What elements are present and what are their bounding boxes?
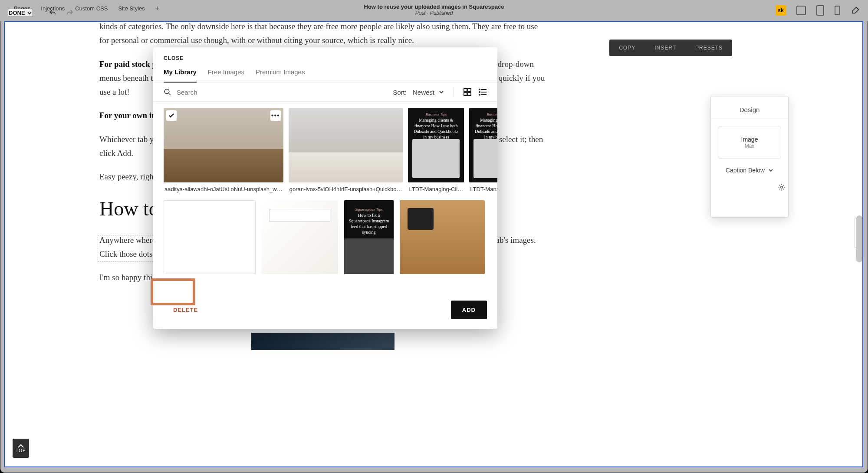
- design-panel: Design Image Max Caption Below: [710, 96, 789, 218]
- scroll-top-button[interactable]: TOP: [13, 439, 29, 458]
- toolbar-copy[interactable]: COPY: [609, 45, 645, 51]
- sort-label: Sort:: [393, 89, 407, 96]
- sk-badge[interactable]: sk: [776, 5, 786, 16]
- design-tab[interactable]: Design: [711, 101, 788, 119]
- image-dropzone[interactable]: Image Max: [718, 126, 781, 159]
- tile-kicker: Business Tips: [487, 112, 497, 116]
- canvas: kinds of categories. The only downside h…: [0, 21, 868, 473]
- svg-rect-3: [468, 89, 471, 92]
- modal-tabs: My Library Free Images Premium Images: [153, 66, 497, 83]
- toolbar-insert[interactable]: INSERT: [645, 45, 686, 51]
- chrome-title-group: How to reuse your uploaded images in Squ…: [364, 3, 504, 16]
- library-thumb[interactable]: [289, 108, 403, 182]
- svg-rect-4: [464, 93, 467, 96]
- grid-view-icon[interactable]: [464, 88, 471, 96]
- tab-site-styles[interactable]: Site Styles: [113, 3, 150, 13]
- image-label: Image: [723, 136, 776, 143]
- caption-select[interactable]: Caption Below: [718, 167, 781, 174]
- svg-point-1: [164, 89, 169, 94]
- editor-chrome: Pages Injections Custom CSS Site Styles …: [0, 0, 868, 21]
- page-subtitle: Post · Published: [364, 10, 504, 16]
- search-bar: Sort: Newest: [153, 83, 497, 102]
- bottom-media-preview: [251, 333, 395, 350]
- svg-point-10: [479, 94, 480, 96]
- thumb-caption: LTDT-Managing-Cli…: [469, 182, 497, 192]
- search-input[interactable]: [177, 89, 388, 96]
- device-tablet-icon[interactable]: [816, 5, 824, 16]
- tab-add[interactable]: +: [150, 3, 164, 14]
- chevron-down-icon: [27, 10, 32, 16]
- library-thumb[interactable]: EVERYDAY I'M HUSTLIN': [262, 200, 338, 274]
- tab-custom-css[interactable]: Custom CSS: [70, 3, 113, 13]
- library-thumb[interactable]: Squarespace Tips How to fix a Squarespac…: [344, 200, 394, 274]
- library-thumb[interactable]: Business TipsManaging clients & finances…: [408, 108, 464, 182]
- device-phone-icon[interactable]: [835, 6, 840, 15]
- image-hint: Max: [723, 143, 776, 149]
- tile-kicker: Business Tips: [425, 112, 447, 116]
- add-button[interactable]: ADD: [451, 301, 487, 319]
- svg-point-0: [781, 186, 783, 189]
- library-thumb[interactable]: [400, 200, 485, 274]
- gear-icon[interactable]: [778, 183, 786, 191]
- search-icon: [164, 88, 171, 96]
- thumb-caption: goran-ivos-5viOH4hIrlE-unsplash+Quickbo…: [289, 182, 403, 192]
- image-grid: ••• aaditya-ailawadhi-oJatUsLoNuU-unspla…: [153, 102, 497, 274]
- image-picker-modal: CLOSE My Library Free Images Premium Ima…: [153, 47, 497, 329]
- list-view-icon[interactable]: [478, 88, 487, 96]
- tile-title: Managing clients & finances: How I use b…: [475, 118, 497, 139]
- chevron-up-icon: [18, 444, 24, 448]
- page-title: How to reuse your uploaded images in Squ…: [364, 3, 504, 10]
- library-thumb[interactable]: Business TipsManaging clients & finances…: [469, 108, 497, 182]
- tab-my-library[interactable]: My Library: [164, 66, 197, 83]
- thumb-caption: LTDT-Managing-Cli…: [408, 182, 464, 192]
- device-desktop-icon[interactable]: [796, 6, 806, 15]
- redo-icon[interactable]: [66, 9, 74, 17]
- annotation-highlight: [151, 278, 195, 305]
- library-thumb[interactable]: •••: [164, 108, 283, 182]
- svg-rect-9: [481, 92, 487, 93]
- tab-free-images[interactable]: Free Images: [208, 66, 244, 83]
- hustle-text: EVERYDAY I'M HUSTLIN': [273, 211, 328, 215]
- svg-point-8: [479, 91, 480, 93]
- tab-premium-images[interactable]: Premium Images: [256, 66, 305, 83]
- svg-rect-5: [468, 93, 471, 96]
- svg-rect-7: [481, 89, 487, 90]
- undo-icon[interactable]: [49, 9, 56, 17]
- modal-footer: DELETE ADD: [153, 294, 497, 329]
- library-thumb[interactable]: [164, 200, 256, 274]
- tile-title: Managing clients & finances: How I use b…: [414, 118, 458, 139]
- block-toolbar: COPY INSERT PRESETS: [609, 40, 732, 56]
- scrollbar[interactable]: [856, 215, 862, 262]
- top-label: TOP: [16, 448, 26, 453]
- done-label: DONE: [9, 10, 25, 16]
- svg-point-6: [479, 89, 480, 90]
- thumb-caption: aaditya-ailawadhi-oJatUsLoNuU-unsplash_w…: [164, 182, 283, 192]
- thumb-menu-icon[interactable]: •••: [270, 110, 281, 121]
- svg-rect-11: [481, 94, 487, 95]
- sort-value[interactable]: Newest: [413, 89, 434, 96]
- tile-kicker: Squarespace Tips: [355, 207, 383, 212]
- selected-check-icon: [166, 110, 177, 121]
- toolbar-presets[interactable]: PRESETS: [686, 45, 732, 51]
- tile-title: How to fix a Squarespace Instagram feed …: [349, 213, 389, 235]
- brush-icon[interactable]: [851, 6, 860, 15]
- chevron-down-icon[interactable]: [439, 89, 444, 95]
- chevron-down-icon: [768, 168, 773, 173]
- svg-rect-2: [464, 89, 467, 92]
- close-button[interactable]: CLOSE: [153, 47, 497, 66]
- caption-label: Caption Below: [726, 167, 765, 174]
- para1b: personal or commercial use though, with …: [111, 36, 414, 45]
- done-button[interactable]: DONE: [8, 9, 33, 17]
